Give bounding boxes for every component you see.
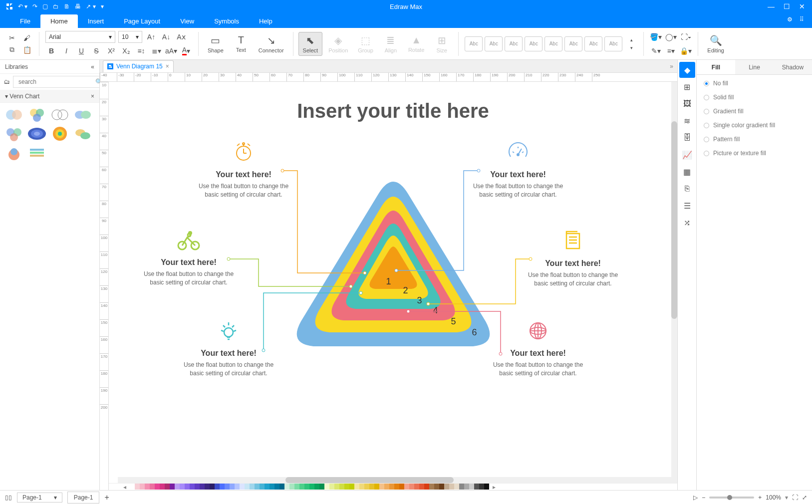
line-tab[interactable]: Line bbox=[735, 60, 774, 74]
color-swatch[interactable] bbox=[469, 484, 474, 490]
color-swatch[interactable] bbox=[200, 484, 205, 490]
color-swatch[interactable] bbox=[225, 484, 230, 490]
color-swatch[interactable] bbox=[299, 484, 304, 490]
fit-page-icon[interactable]: ⛶ bbox=[792, 494, 798, 501]
bold-icon[interactable]: B bbox=[45, 45, 57, 57]
save-icon[interactable]: 🗎 bbox=[64, 3, 70, 10]
color-swatch[interactable] bbox=[210, 484, 215, 490]
list-tool-icon[interactable]: ☰ bbox=[679, 198, 695, 214]
position-button[interactable]: ◈Position bbox=[324, 32, 352, 55]
zoom-in-button[interactable]: + bbox=[758, 494, 762, 501]
bullets-icon[interactable]: ≣▾ bbox=[150, 45, 162, 57]
tab-home[interactable]: Home bbox=[40, 14, 78, 28]
color-swatch[interactable] bbox=[359, 484, 364, 490]
color-swatch[interactable] bbox=[389, 484, 394, 490]
color-swatch[interactable] bbox=[185, 484, 190, 490]
connector-button[interactable]: ↘Connector bbox=[255, 32, 288, 55]
color-swatch[interactable] bbox=[165, 484, 170, 490]
color-swatch[interactable] bbox=[140, 484, 145, 490]
color-swatch[interactable] bbox=[135, 484, 140, 490]
chart-tool-icon[interactable]: 📈 bbox=[679, 147, 695, 163]
open-icon[interactable]: 🗀 bbox=[53, 3, 59, 10]
color-swatch[interactable] bbox=[449, 484, 454, 490]
fill-tab[interactable]: Fill bbox=[697, 60, 735, 74]
theme-preset[interactable]: Abc bbox=[525, 36, 542, 51]
print-icon[interactable]: 🖶 bbox=[75, 3, 81, 10]
theme-preset[interactable]: Abc bbox=[505, 36, 523, 51]
color-swatch[interactable] bbox=[175, 484, 180, 490]
line-style-icon[interactable]: ≡▾ bbox=[665, 45, 677, 57]
font-family-select[interactable]: Arial▾ bbox=[45, 31, 115, 43]
color-swatch[interactable] bbox=[235, 484, 240, 490]
theme-gallery[interactable]: Abc Abc Abc Abc Abc Abc Abc Abc ▴ ▾ bbox=[465, 36, 637, 51]
theme-preset[interactable]: Abc bbox=[485, 36, 503, 51]
theme-preset[interactable]: Abc bbox=[564, 36, 582, 51]
font-color-icon[interactable]: A▾ bbox=[180, 45, 192, 57]
shape-button[interactable]: ▭Shape bbox=[204, 32, 228, 55]
color-swatch[interactable] bbox=[379, 484, 384, 490]
color-swatch[interactable] bbox=[270, 484, 274, 490]
library-search-input[interactable] bbox=[16, 76, 95, 87]
undo-icon[interactable]: ↶ ▾ bbox=[18, 3, 27, 10]
color-swatch[interactable] bbox=[424, 484, 429, 490]
theme-preset[interactable]: Abc bbox=[465, 36, 483, 51]
callout-item[interactable]: Your text here! Use the float button to … bbox=[523, 231, 623, 288]
color-swatch[interactable] bbox=[444, 484, 449, 490]
venn-shape[interactable] bbox=[4, 145, 24, 161]
theme-preset[interactable]: Abc bbox=[604, 36, 622, 51]
color-swatch[interactable] bbox=[304, 484, 309, 490]
minimize-button[interactable]: — bbox=[768, 2, 775, 10]
tab-view[interactable]: View bbox=[170, 14, 204, 28]
color-swatch[interactable] bbox=[130, 484, 135, 490]
color-swatch[interactable] bbox=[429, 484, 434, 490]
apps-icon[interactable]: ⠿ bbox=[800, 16, 804, 23]
select-button[interactable]: ⬉Select bbox=[298, 32, 323, 56]
color-swatch[interactable] bbox=[205, 484, 210, 490]
editing-button[interactable]: 🔍Editing bbox=[703, 32, 728, 55]
text-case-icon[interactable]: aA▾ bbox=[165, 45, 177, 57]
text-button[interactable]: TText bbox=[230, 32, 253, 55]
superscript-icon[interactable]: X² bbox=[105, 45, 117, 57]
color-swatch[interactable] bbox=[284, 484, 289, 490]
paste-icon[interactable]: 📋 bbox=[21, 44, 33, 56]
category-close-icon[interactable]: × bbox=[91, 93, 94, 100]
settings-icon[interactable]: ⚙ bbox=[787, 16, 793, 23]
color-swatch[interactable] bbox=[294, 484, 299, 490]
color-swatch[interactable] bbox=[409, 484, 414, 490]
tab-help[interactable]: Help bbox=[249, 14, 282, 28]
line-spacing-icon[interactable]: ≡↕ bbox=[135, 45, 147, 57]
color-swatch[interactable] bbox=[150, 484, 155, 490]
color-swatch[interactable] bbox=[479, 484, 484, 490]
color-swatch[interactable] bbox=[399, 484, 404, 490]
color-swatch[interactable] bbox=[215, 484, 220, 490]
cut-icon[interactable]: ✂ bbox=[6, 32, 18, 44]
table-tool-icon[interactable]: ▦ bbox=[679, 164, 695, 180]
fill-option-single-gradient[interactable]: Single color gradient fill bbox=[704, 122, 805, 129]
tab-page-layout[interactable]: Page Layout bbox=[114, 14, 170, 28]
callout-item[interactable]: Your text here! Use the float button to … bbox=[194, 142, 293, 199]
size-button[interactable]: ⊞Size bbox=[430, 32, 453, 55]
export-tool-icon[interactable]: ⎘ bbox=[679, 181, 695, 197]
color-palette-strip[interactable]: ◂ ▸ bbox=[109, 483, 677, 490]
subscript-icon[interactable]: X₂ bbox=[120, 45, 132, 57]
venn-shape[interactable] bbox=[27, 145, 47, 161]
color-swatch[interactable] bbox=[190, 484, 195, 490]
redo-icon[interactable]: ↷ bbox=[32, 3, 37, 10]
vertical-scrollbar[interactable] bbox=[671, 82, 677, 477]
shadow-tab[interactable]: Shadow bbox=[774, 60, 812, 74]
color-swatch[interactable] bbox=[439, 484, 444, 490]
color-swatch[interactable] bbox=[279, 484, 284, 490]
zoom-out-button[interactable]: − bbox=[702, 494, 705, 501]
copy-icon[interactable]: ⧉ bbox=[6, 44, 18, 56]
venn-shape[interactable] bbox=[27, 126, 47, 142]
crop-icon[interactable]: ⛶▾ bbox=[680, 31, 692, 43]
canvas-page[interactable]: Insert your title here 1 2 3 bbox=[109, 82, 677, 490]
color-swatch[interactable] bbox=[474, 484, 479, 490]
color-swatch[interactable] bbox=[459, 484, 464, 490]
pen-icon[interactable]: ✎▾ bbox=[650, 45, 662, 57]
theme-up-icon[interactable]: ▴ bbox=[625, 36, 637, 43]
color-swatch[interactable] bbox=[155, 484, 160, 490]
tab-file[interactable]: File bbox=[10, 14, 40, 28]
color-swatch[interactable] bbox=[334, 484, 339, 490]
export-icon[interactable]: ↗ ▾ bbox=[86, 3, 95, 10]
